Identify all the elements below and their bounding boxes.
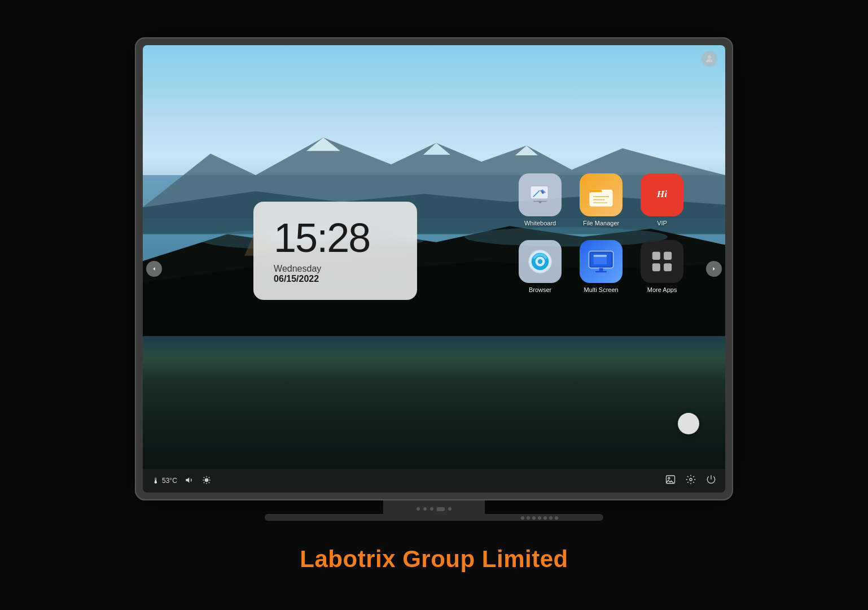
speaker-dots: [521, 516, 558, 520]
file-manager-icon: [580, 173, 622, 216]
monitor-stand: [135, 500, 733, 521]
svg-point-54: [668, 477, 670, 479]
monitor-wrapper: 15:28 Wednesday 06/15/2022: [135, 37, 733, 534]
app-vip[interactable]: Hi VIP: [634, 169, 690, 231]
app-grid: Whiteboard: [512, 169, 690, 298]
screen: 15:28 Wednesday 06/15/2022: [143, 45, 725, 493]
volume-icon: [185, 476, 194, 486]
stand-rect: [437, 507, 445, 511]
svg-rect-38: [595, 271, 607, 272]
speaker-dot-4: [538, 516, 541, 520]
monitor-frame: 15:28 Wednesday 06/15/2022: [135, 37, 733, 500]
multi-screen-label: Multi Screen: [584, 286, 619, 293]
svg-rect-41: [652, 263, 660, 271]
svg-point-55: [690, 478, 692, 481]
vip-icon: Hi: [641, 173, 683, 216]
more-apps-label: More Apps: [647, 286, 677, 293]
browser-icon: [519, 240, 562, 283]
brightness-icon: [202, 476, 211, 486]
stand-base: [265, 514, 603, 521]
svg-rect-36: [594, 255, 607, 256]
svg-text:Hi: Hi: [656, 188, 668, 199]
svg-line-49: [204, 477, 204, 477]
multi-screen-icon: [580, 240, 622, 283]
browser-label: Browser: [529, 286, 551, 293]
svg-line-50: [209, 482, 209, 482]
app-whiteboard[interactable]: Whiteboard: [512, 169, 568, 231]
svg-rect-39: [652, 251, 660, 259]
nav-arrow-right[interactable]: [706, 261, 722, 277]
svg-line-52: [204, 482, 204, 482]
app-browser[interactable]: Browser: [512, 236, 568, 298]
speaker-dot-5: [543, 516, 547, 520]
stand-dot-2: [423, 507, 427, 511]
brand-text: Labotrix Group Limited: [300, 546, 568, 573]
clock-widget: 15:28 Wednesday 06/15/2022: [253, 202, 417, 300]
status-left: 🌡 53°C: [152, 476, 211, 486]
clock-day: Wednesday: [274, 264, 397, 274]
clock-date: 06/15/2022: [274, 274, 397, 284]
speaker-dot-6: [549, 516, 553, 520]
stand-dot-1: [417, 507, 420, 511]
vip-label: VIP: [657, 220, 667, 226]
settings-icon[interactable]: [686, 474, 696, 487]
whiteboard-label: Whiteboard: [524, 220, 556, 226]
floating-button[interactable]: [678, 413, 699, 434]
more-apps-icon: [641, 240, 683, 283]
avatar[interactable]: [702, 51, 717, 67]
thermometer-icon: 🌡: [152, 476, 160, 485]
status-right: [665, 474, 716, 487]
svg-marker-27: [650, 201, 658, 206]
speaker-dot-7: [555, 516, 558, 520]
speaker-dot-2: [527, 516, 530, 520]
gallery-icon[interactable]: [665, 474, 676, 487]
app-file-manager[interactable]: File Manager: [573, 169, 629, 231]
temperature-value: 53°C: [162, 477, 177, 485]
svg-point-44: [204, 478, 208, 482]
status-bar: 🌡 53°C: [143, 469, 725, 493]
svg-rect-53: [667, 476, 675, 483]
file-manager-label: File Manager: [583, 220, 619, 226]
speaker-dot-1: [521, 516, 524, 520]
app-multi-screen[interactable]: Multi Screen: [573, 236, 629, 298]
volume-item[interactable]: [185, 476, 194, 486]
svg-point-32: [538, 259, 542, 263]
stand-dot-3: [430, 507, 433, 511]
svg-marker-43: [186, 477, 189, 482]
speaker-dot-3: [532, 516, 536, 520]
svg-rect-37: [599, 268, 603, 271]
whiteboard-icon: [519, 173, 562, 216]
app-more-apps[interactable]: More Apps: [634, 236, 690, 298]
svg-rect-40: [664, 251, 672, 259]
svg-point-16: [539, 201, 541, 203]
svg-line-51: [209, 477, 209, 477]
clock-time: 15:28: [274, 217, 397, 258]
nav-arrow-left[interactable]: [146, 261, 162, 277]
stand-dot-4: [448, 507, 451, 511]
temperature-item: 🌡 53°C: [152, 476, 177, 485]
svg-point-11: [708, 55, 711, 59]
svg-rect-42: [664, 263, 672, 271]
power-icon[interactable]: [706, 474, 716, 487]
brightness-item[interactable]: [202, 476, 211, 486]
